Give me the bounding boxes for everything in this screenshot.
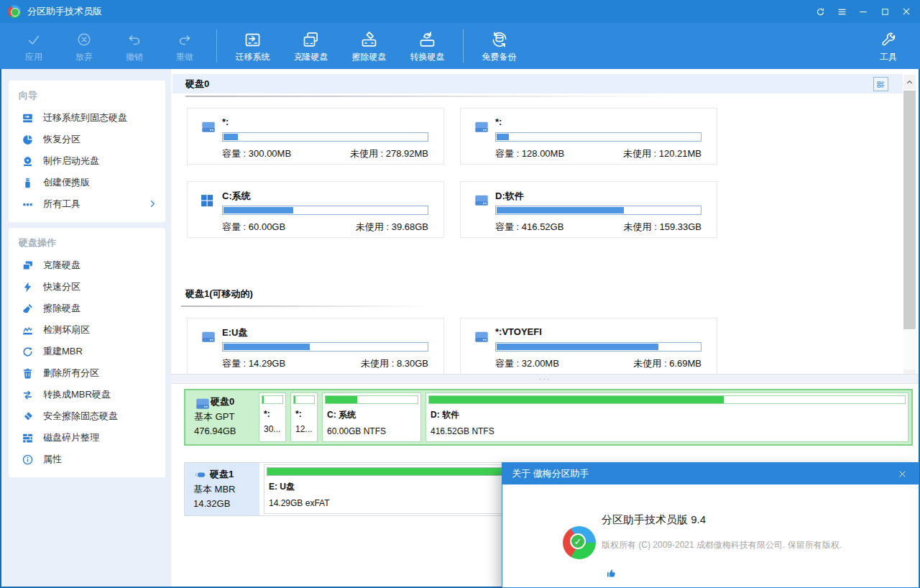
clone-disk-button[interactable]: 克隆硬盘	[282, 24, 340, 68]
unused-label: 未使用 : 8.30GB	[361, 357, 428, 370]
partition-card[interactable]: *:容量 : 300.00MB未使用 : 278.92MB	[187, 108, 444, 165]
unused-label: 未使用 : 159.33GB	[624, 221, 702, 234]
partition-card-grid: E:U盘容量 : 14.29GB未使用 : 8.30GB*:VTOYEFI容量 …	[187, 318, 919, 374]
partition-name: C:系统	[222, 190, 251, 203]
usage-bar	[222, 342, 428, 352]
sidebar-item-label: 制作启动光盘	[43, 155, 99, 167]
menu-icon[interactable]	[831, 0, 852, 23]
sidebar-item-label: 所有工具	[43, 198, 80, 211]
bad-sector-icon	[22, 324, 34, 336]
tools-button[interactable]: 工具	[867, 24, 910, 68]
migrate-ssd-icon	[22, 112, 34, 124]
disk-icon	[194, 397, 206, 407]
sidebar-item-label: 重建MBR	[43, 345, 83, 358]
partition-name: *:	[222, 116, 229, 127]
sidebar-item-bootable-cd[interactable]: 制作启动光盘	[9, 150, 165, 172]
partition-name: *:	[495, 116, 502, 127]
redo-button[interactable]: 重做	[160, 24, 210, 68]
partition-name: D:软件	[495, 190, 524, 203]
app-window: 分区助手技术员版 应用放弃撤销重做迁移系统克隆硬盘擦除硬盘转换硬盘免费备份 工具…	[0, 0, 920, 588]
sidebar-item-label: 迁移系统到固态硬盘	[43, 111, 127, 124]
view-mode-icon[interactable]	[873, 77, 888, 91]
defrag-icon	[22, 432, 34, 444]
scroll-up-icon[interactable]	[903, 75, 916, 89]
vertical-scrollbar[interactable]	[903, 75, 916, 374]
wipe-disk-button[interactable]: 擦除硬盘	[340, 24, 398, 68]
clone-disk-icon	[301, 29, 321, 50]
toolbar-button-label: 放弃	[75, 51, 93, 63]
toolbar-button-label: 擦除硬盘	[352, 51, 387, 63]
sidebar-item-portable-version[interactable]: 创建便携版	[9, 172, 165, 193]
redo-icon	[177, 29, 193, 50]
sidebar-item-secure-erase[interactable]: 安全擦除固态硬盘	[9, 405, 165, 427]
about-dialog-title: 关于 傲梅分区助手	[512, 467, 589, 480]
refresh-icon[interactable]	[809, 0, 831, 23]
convert-mbr-icon	[22, 389, 34, 401]
disk-icon	[200, 120, 217, 135]
partition-block[interactable]: *:30...	[259, 392, 286, 442]
partition-card[interactable]: *:VTOYEFI容量 : 32.00MB未使用 : 6.69MB	[460, 318, 717, 374]
convert-disk-icon	[418, 29, 437, 50]
section-divider	[185, 96, 674, 97]
minimize-button[interactable]	[852, 0, 874, 23]
sidebar-item-all-tools[interactable]: 所有工具	[9, 193, 165, 215]
sidebar-item-properties[interactable]: 属性	[9, 449, 165, 470]
apply-icon	[26, 29, 42, 50]
apply-button[interactable]: 应用	[9, 24, 59, 68]
migrate-os-icon	[243, 29, 262, 50]
sidebar-item-convert-mbr[interactable]: 转换成MBR硬盘	[9, 384, 165, 405]
sidebar-item-bad-sector[interactable]: 检测坏扇区	[9, 319, 165, 341]
usage-bar	[495, 342, 702, 352]
thumb-icon	[606, 568, 617, 579]
disk-row-0[interactable]: 硬盘0基本 GPT476.94GB*:30...*:12...C: 系统60.0…	[184, 389, 913, 446]
sidebar-item-label: 磁盘碎片整理	[43, 431, 99, 444]
capacity-label: 容量 : 60.00GB	[222, 221, 285, 234]
disk-row-label: 硬盘1基本 MBR14.32GB	[185, 463, 259, 515]
partition-card[interactable]: *:容量 : 128.00MB未使用 : 120.21MB	[460, 108, 717, 165]
partition-name: E:U盘	[222, 326, 247, 339]
discard-button[interactable]: 放弃	[59, 24, 109, 68]
sidebar-item-delete-partitions[interactable]: 删除所有分区	[9, 362, 165, 384]
free-backup-button[interactable]: 免费备份	[470, 24, 528, 68]
disk-name: 硬盘1	[210, 468, 234, 481]
wrench-icon	[880, 29, 898, 50]
usage-bar	[293, 395, 315, 404]
sidebar-item-rebuild-mbr[interactable]: 重建MBR	[9, 341, 165, 362]
partition-card[interactable]: E:U盘容量 : 14.29GB未使用 : 8.30GB	[187, 318, 444, 374]
maximize-button[interactable]	[874, 0, 896, 23]
partition-label: D: 软件	[431, 409, 908, 421]
panel-splitter[interactable]: ···	[171, 374, 919, 384]
usage-bar	[495, 132, 702, 142]
disk-row-label: 硬盘0基本 GPT476.94GB	[185, 390, 259, 444]
partition-block[interactable]: *:12...	[290, 392, 318, 442]
sidebar-item-quick-partition[interactable]: 快速分区	[9, 276, 165, 298]
clone-disk-s-icon	[22, 259, 34, 272]
undo-button[interactable]: 撤销	[109, 24, 160, 68]
toolbar: 应用放弃撤销重做迁移系统克隆硬盘擦除硬盘转换硬盘免费备份 工具	[0, 23, 920, 69]
section-divider	[181, 306, 434, 307]
windows-icon	[200, 193, 217, 208]
convert-disk-button[interactable]: 转换硬盘	[398, 24, 456, 68]
migrate-os-button[interactable]: 迁移系统	[224, 24, 282, 68]
toolbar-button-label: 转换硬盘	[410, 51, 445, 63]
sidebar-item-migrate-ssd[interactable]: 迁移系统到固态硬盘	[9, 107, 165, 129]
partition-block[interactable]: D: 软件416.52GB NTFS	[426, 392, 908, 442]
close-button[interactable]	[896, 0, 917, 23]
dialog-close-icon[interactable]	[891, 463, 913, 484]
partition-card[interactable]: C:系统容量 : 60.00GB未使用 : 39.68GB	[187, 181, 444, 238]
unused-label: 未使用 : 6.69MB	[633, 357, 702, 370]
partition-block[interactable]: C: 系统60.00GB NTFS	[322, 392, 421, 442]
partition-card[interactable]: D:软件容量 : 416.52GB未使用 : 159.33GB	[460, 181, 717, 238]
properties-icon	[22, 454, 34, 466]
sidebar-item-wipe-brush[interactable]: 擦除硬盘	[9, 298, 165, 319]
sidebar-item-recover-partition[interactable]: 恢复分区	[9, 129, 165, 150]
usage-bar	[222, 206, 428, 215]
sidebar-item-clone-disk-s[interactable]: 克隆硬盘	[9, 254, 165, 276]
sidebar-item-defrag[interactable]: 磁盘碎片整理	[9, 427, 165, 449]
bootable-cd-icon	[22, 155, 34, 167]
scrollbar-thumb[interactable]	[903, 91, 916, 329]
partition-name: *:VTOYEFI	[495, 326, 542, 337]
sidebar-group-header: 向导	[9, 82, 165, 107]
product-name: 分区助手技术员版 9.4	[602, 513, 706, 527]
unused-label: 未使用 : 120.21MB	[623, 147, 702, 160]
